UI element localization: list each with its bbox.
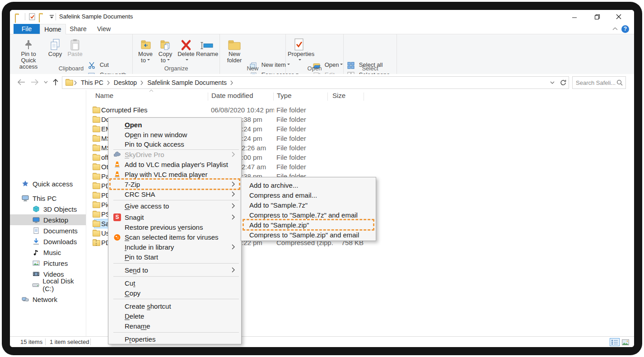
tab-home[interactable]: Home [40,24,66,35]
menu-item-crc-sha[interactable]: CRC SHA [109,190,240,199]
folder-icon [93,107,100,113]
chevron-right-icon [229,80,234,85]
menu-item-delete[interactable]: Delete [109,311,240,321]
folder-icon [93,136,100,142]
move-to-button[interactable]: Move to [135,36,155,64]
submenu-item-compress-and-email[interactable]: Compress and email... [242,190,375,200]
menu-item-snagit[interactable]: S Snagit [109,213,240,222]
sidebar-item-network[interactable]: Network [10,294,86,305]
group-label-select: Select [344,65,397,72]
sidebar-item-this-pc[interactable]: This PC [10,193,86,204]
dropdown-caret [299,59,301,62]
submenu-arrow-icon [232,267,235,273]
new-folder-icon [222,36,247,51]
tab-share[interactable]: Share [65,24,91,34]
back-icon[interactable] [16,78,26,87]
new-folder-button[interactable]: New folder [222,36,247,64]
ribbon-group-clipboard: Pin to Quick access Copy Paste Cut [10,34,133,74]
recent-locations-icon[interactable] [42,78,49,87]
paste-button[interactable]: Paste [65,36,84,57]
rename-button[interactable]: Rename [196,36,218,57]
sidebar-item-local-disk[interactable]: Local Disk (C:) [10,279,86,290]
music-note-icon [33,249,40,256]
properties-button[interactable]: Properties [288,36,310,64]
sidebar-item-desktop[interactable]: Desktop [10,214,86,225]
column-header-type[interactable]: Type [277,92,292,99]
sidebar-item-quick-access[interactable]: Quick access [10,178,86,189]
group-label-open: Open [286,65,343,72]
breadcrumb-desktop[interactable]: Desktop [111,79,140,86]
folder-icon [93,126,100,132]
up-icon[interactable] [51,78,61,87]
column-header-size[interactable]: Size [332,92,345,99]
tab-view[interactable]: View [91,24,117,34]
submenu-arrow-icon [232,152,235,157]
menu-item-copy[interactable]: Copy [109,288,240,298]
details-view-toggle[interactable] [610,338,620,346]
folder-icon [93,193,100,199]
thumbnail-view-toggle[interactable] [621,338,630,346]
menu-item-properties[interactable]: Properties [109,334,240,344]
breadcrumb-this-pc[interactable]: This PC [78,79,106,86]
address-bar[interactable]: This PC Desktop Safelink Sample Document… [62,76,569,89]
collapse-ribbon-icon[interactable] [612,27,618,31]
address-dropdown-icon[interactable] [547,81,558,84]
column-header-name[interactable]: Name [95,92,113,99]
close-button[interactable] [609,10,629,23]
qat-new-folder-icon[interactable] [39,14,40,23]
search-icon[interactable] [616,79,625,86]
forward-icon[interactable] [30,78,40,87]
menu-item-skydrive-pro[interactable]: SkyDrive Pro [109,150,240,159]
sidebar-item-documents[interactable]: Documents [10,225,86,236]
column-header-date-modified[interactable]: Date modified [211,92,253,99]
menu-item-open-in-new-window[interactable]: Open in new window [109,130,240,139]
submenu-item-add-to-archive[interactable]: Add to archive... [242,181,375,190]
picture-icon [33,260,40,267]
menu-item-give-access-to[interactable]: Give access to [109,201,240,211]
menu-item-rename[interactable]: Rename [109,321,240,331]
submenu-item-compress-to-sample-7z-and-email[interactable]: Compress to "Sample.7z" and email [242,210,375,220]
ribbon-group-select: Select all Select none Invert selection … [344,34,397,74]
file-row[interactable]: Corrupted Files06/08/2020 10:42 pmFile f… [86,105,375,115]
sidebar-item-pictures[interactable]: Pictures [10,258,86,269]
vlc-cone-icon [113,161,121,168]
qat-customize-icon[interactable] [49,14,54,19]
tab-file[interactable]: File [14,24,40,34]
menu-item-restore-previous-versions[interactable]: Restore previous versions [109,223,240,232]
sidebar-item-downloads[interactable]: Downloads [10,236,86,247]
qat-properties-icon[interactable] [28,13,36,20]
menu-item-vlc-add-to-playlist[interactable]: Add to VLC media player's Playlist [109,160,240,169]
refresh-icon[interactable] [558,79,569,86]
search-input[interactable] [573,79,616,87]
breadcrumb-current-folder[interactable]: Safelink Sample Documents [145,79,229,86]
menu-item-create-shortcut[interactable]: Create shortcut [109,301,240,311]
menu-item-vlc-play[interactable]: Play with VLC media player [109,170,240,179]
minimize-button[interactable] [565,10,584,23]
folder-icon [93,221,100,227]
properties-icon [288,36,310,51]
restore-button[interactable] [587,10,607,23]
copy-to-button[interactable]: Copy to [155,36,175,64]
tutorial-highlight-7zip [109,178,240,190]
menu-item-pin-to-start[interactable]: Pin to Start [109,252,240,262]
menu-item-cut[interactable]: Cut [109,278,240,288]
submenu-item-add-to-sample-7z[interactable]: Add to "Sample.7z" [242,200,375,210]
sidebar-item-3d-objects[interactable]: 3D Objects [10,204,86,214]
menu-item-send-to[interactable]: Send to [109,265,240,275]
menu-item-include-in-library[interactable]: Include in library [109,242,240,252]
explorer-window: Safelink Sample Documents File Home Shar… [10,10,634,347]
snagit-icon: S [113,213,121,221]
delete-button[interactable]: Delete [176,36,196,64]
pin-icon [14,36,42,51]
submenu-arrow-icon [232,203,235,209]
sidebar-item-music[interactable]: Music [10,247,86,258]
search-box [572,76,626,89]
menu-item-scan-for-viruses[interactable]: Scan selected items for viruses [109,232,240,242]
chevron-right-icon [73,80,78,85]
menu-item-pin-to-quick-access[interactable]: Pin to Quick access [109,139,240,149]
menu-item-open[interactable]: Open [109,120,240,130]
zip-file-icon [93,240,100,246]
submenu-item-compress-to-sample-zip-and-email[interactable]: Compress to "Sample.zip" and email [242,230,375,240]
help-icon[interactable]: ? [621,25,629,33]
copy-button[interactable]: Copy [46,36,65,57]
